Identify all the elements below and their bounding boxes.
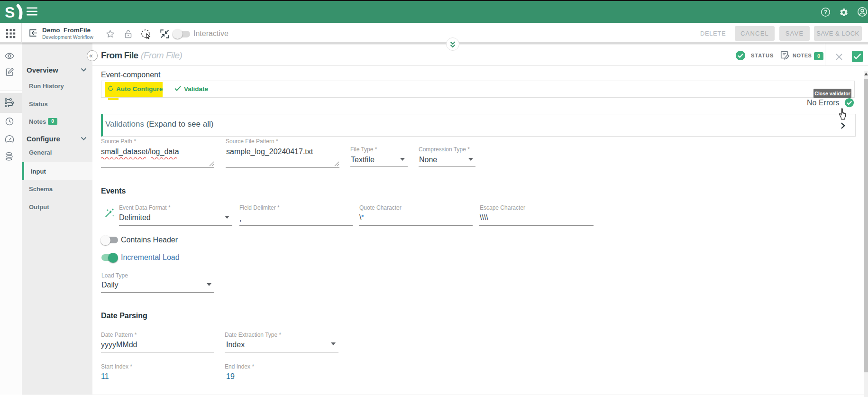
svg-text:?: ?: [824, 9, 827, 16]
svg-text:S: S: [5, 4, 15, 20]
